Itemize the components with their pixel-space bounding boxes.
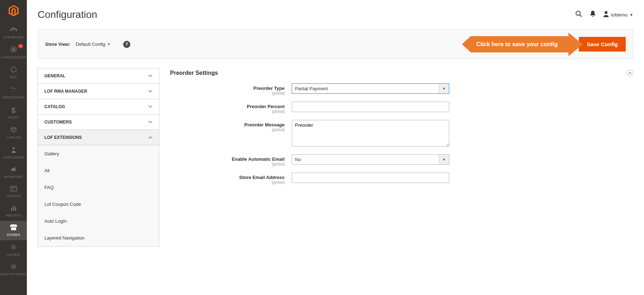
nav-label: CUSTOMERS (3, 156, 24, 159)
store-view-switcher: Store View: Default Config ▼ ? (45, 41, 130, 48)
subitem-all[interactable]: All (38, 162, 159, 179)
nav-customers[interactable]: CUSTOMERS (0, 143, 27, 163)
field-label: Preorder Message (244, 122, 285, 127)
tab-lof-extensions[interactable]: LOF EXTENSIONS (38, 130, 159, 145)
search-icon[interactable] (575, 10, 582, 19)
config-panel: Preorder Settings Preorder Type [global]… (170, 68, 633, 247)
action-bar: Store View: Default Config ▼ ? Click her… (38, 29, 633, 59)
svg-rect-8 (13, 206, 14, 211)
save-callout: Click here to save your config (462, 33, 583, 56)
store-email-input[interactable] (292, 173, 449, 183)
nav-catalog[interactable]: CATALOG (0, 123, 27, 143)
field-scope: [global] (170, 162, 285, 166)
save-config-button[interactable]: Save Config (579, 37, 626, 52)
field-scope: [global] (170, 91, 285, 95)
config-tabs: GENERAL LOF RMA MANAGER CATALOG CUSTOMER… (38, 68, 159, 247)
admin-sidebar: DASHBOARD 0 LANDOFCODER RMA VENUSTHEME $… (0, 0, 27, 295)
nav-label: VENUSTHEME (2, 96, 25, 99)
nav-dashboard[interactable]: DASHBOARD (0, 23, 27, 43)
nav-label: SALES (8, 116, 19, 119)
bars-icon (10, 205, 17, 213)
subitem-lof-coupon-code[interactable]: Lof Coupon Code (38, 196, 159, 213)
user-menu[interactable]: lofdemo ▼ (603, 11, 633, 19)
preorder-message-textarea[interactable]: Preorder (292, 120, 449, 147)
notification-icon[interactable] (590, 10, 596, 19)
nav-label: RMA (10, 76, 17, 79)
nav-marketing[interactable]: MARKETING (0, 163, 27, 182)
svg-rect-4 (11, 186, 16, 191)
nav-reports[interactable]: REPORTS (0, 202, 27, 221)
subitem-gallery[interactable]: Gallery (38, 145, 159, 162)
field-label: Preorder Percent (247, 104, 285, 109)
help-icon[interactable]: ? (123, 41, 130, 48)
chevron-down-icon (148, 73, 152, 78)
store-view-label: Store View: (45, 42, 71, 47)
nav-label: MARKETING (4, 175, 23, 179)
row-preorder-type: Preorder Type [global] Partial Payment ▼ (170, 83, 633, 95)
nav-label: DASHBOARD (3, 35, 24, 39)
preorder-type-select[interactable]: Partial Payment ▼ (292, 83, 449, 94)
subitem-layered-navigation[interactable]: Layered Navigation (38, 229, 159, 246)
chevron-up-icon (148, 135, 152, 140)
partners-icon (10, 264, 17, 271)
chevron-down-icon (148, 120, 152, 125)
store-view-value-text: Default Config (76, 42, 105, 47)
nav-rma[interactable]: RMA (0, 63, 27, 83)
speedometer-icon (10, 27, 17, 34)
megaphone-icon (10, 166, 17, 174)
nav-label: CONTENT (6, 194, 21, 198)
subitem-auto-login[interactable]: Auto Login (38, 213, 159, 229)
tab-lof-extensions-items: Gallery All FAQ Lof Coupon Code Auto Log… (38, 145, 159, 246)
caret-down-icon: ▼ (107, 42, 111, 46)
field-label: Store Email Address (239, 175, 285, 180)
nav-label: STORES (7, 233, 20, 237)
tab-label: LOF RMA MANAGER (44, 89, 87, 94)
row-preorder-percent: Preorder Percent [global] (170, 102, 633, 113)
nav-sales[interactable]: $ SALES (0, 103, 27, 123)
storefront-icon (10, 224, 17, 232)
field-scope: [global] (170, 109, 285, 113)
store-view-dropdown[interactable]: Default Config ▼ (76, 42, 111, 47)
row-enable-auto-email: Enable Automatic Email [global] No ▼ (170, 154, 633, 166)
sparkle-icon (10, 86, 17, 95)
nav-stores[interactable]: STORES (0, 221, 27, 240)
caret-down-icon: ▼ (439, 84, 449, 93)
page-header: Configuration lofdemo ▼ (38, 9, 633, 20)
config-content: GENERAL LOF RMA MANAGER CATALOG CUSTOMER… (38, 68, 633, 247)
field-label: Preorder Type (253, 86, 285, 91)
select-value: Partial Payment (292, 84, 439, 93)
tab-customers[interactable]: CUSTOMERS (38, 115, 159, 130)
tab-general[interactable]: GENERAL (38, 68, 159, 84)
dollar-icon: $ (11, 106, 15, 115)
avatar-icon (603, 11, 609, 19)
collapse-icon[interactable] (627, 70, 633, 76)
page-title: Configuration (38, 9, 97, 20)
caret-down-icon: ▼ (630, 13, 633, 17)
nav-venustheme[interactable]: VENUSTHEME (0, 83, 27, 103)
hexagon-icon (10, 46, 17, 54)
tab-lof-rma-manager[interactable]: LOF RMA MANAGER (38, 84, 159, 99)
nav-content[interactable]: CONTENT (0, 182, 27, 202)
svg-point-1 (14, 88, 15, 90)
tab-catalog[interactable]: CATALOG (38, 99, 159, 115)
nav-label: LANDOFCODER (1, 55, 26, 59)
field-scope: [global] (170, 127, 285, 132)
tab-label: GENERAL (44, 73, 66, 78)
nav-find-partners[interactable]: FIND PARTNERS (0, 260, 27, 280)
row-store-email: Store Email Address [global] (170, 173, 633, 184)
chevron-down-icon (148, 104, 152, 109)
select-value: No (292, 155, 439, 164)
field-scope: [global] (170, 180, 285, 184)
svg-point-11 (576, 11, 580, 15)
enable-auto-email-select[interactable]: No ▼ (292, 154, 449, 165)
main-content: Configuration lofdemo ▼ Store View: Defa… (27, 0, 644, 295)
preorder-percent-input[interactable] (292, 102, 449, 112)
tab-label: LOF EXTENSIONS (44, 135, 82, 140)
nav-label: SYSTEM (7, 253, 20, 257)
svg-point-0 (11, 87, 13, 89)
header-actions: lofdemo ▼ (575, 10, 633, 19)
subitem-faq[interactable]: FAQ (38, 179, 159, 196)
nav-system[interactable]: SYSTEM (0, 240, 27, 260)
panel-title: Preorder Settings (170, 70, 218, 76)
nav-landofcoder[interactable]: 0 LANDOFCODER (0, 43, 27, 63)
